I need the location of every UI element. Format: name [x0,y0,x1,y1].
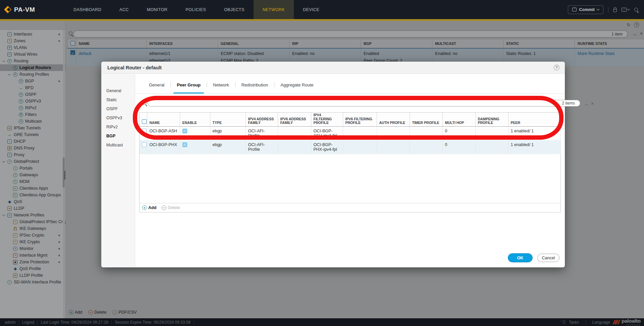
column-header-timer-profile[interactable]: TIMER PROFILE [410,113,442,126]
cell-name: OCI-BGP-PHX [147,140,180,154]
row-checkbox[interactable] [142,129,147,133]
column-header-name[interactable]: NAME [147,113,180,126]
minus-circle-icon: − [162,205,166,210]
tabs-rule [136,93,565,94]
cell-multi-hop: 0 [442,126,475,140]
column-header-auth-profile[interactable]: AUTH PROFILE [377,113,410,126]
dialog-nav-static[interactable]: Static [101,95,135,104]
cell-ipv6-filtering-profile [343,126,377,140]
column-header-ipv6-filtering-profile[interactable]: IPV6 FILTERINGPROFILE [343,113,377,126]
row-checkbox[interactable] [142,142,147,147]
cell-enable: ✓ [180,140,210,154]
dialog-help-icon[interactable]: ? [554,65,559,70]
column-header-peer[interactable]: PEER [508,113,560,126]
header-line: MULTI HOP [445,121,473,125]
peer-group-table: NAMEENABLETYPEIPV4 ADDRESSFAMILYIPV6 ADD… [140,113,561,154]
dialog-nav-ripv2[interactable]: RIPv2 [101,122,135,131]
cell-auth-profile [377,140,410,154]
lock-icon[interactable] [613,7,617,12]
clear-filter-icon[interactable]: × [591,101,594,106]
plus-circle-icon: + [142,205,147,210]
cell-ipv4-address-family: OCI-AFI-Profile [246,140,278,154]
column-header-type[interactable]: TYPE [210,113,246,126]
cell-ipv4-filtering-profile: OCI-BGP-ASH-ipv4-fpl [311,126,343,140]
nav-tab-monitor[interactable]: MONITOR [138,0,177,19]
header-line: AUTH PROFILE [379,121,407,125]
dialog-nav: GeneralStaticOSPFOSPFv3RIPv2BGPMulticast [101,74,135,267]
cell-dampening-profile [475,126,508,140]
dialog-nav-ospfv3[interactable]: OSPFv3 [101,113,135,122]
divider [608,7,608,13]
nav-tab-network[interactable]: NETWORK [254,0,294,19]
magnifier-glyph [634,8,638,11]
config-save-icon[interactable]: ↓↑ [622,8,630,12]
nav-tab-device[interactable]: DEVICE [294,0,328,19]
cell-ipv6-address-family [278,140,311,154]
column-header-ipv4-address-family[interactable]: IPV4 ADDRESSFAMILY [246,113,278,126]
peer-group-search-input[interactable]: 2 items [148,100,580,107]
tab-aggregate-route[interactable]: Aggregate Route [274,81,319,89]
commit-button[interactable]: Commit [568,5,603,14]
column-header-ipv6-address-family[interactable]: IPV6 ADDRESSFAMILY [278,113,311,126]
peer-group-delete-button[interactable]: −Delete [162,205,180,210]
dialog-title: Logical Router - default [101,62,565,74]
select-all-checkbox[interactable] [142,119,147,124]
peer-group-header-row: NAMEENABLETYPEIPV4 ADDRESSFAMILYIPV6 ADD… [140,113,560,126]
cell-ipv4-filtering-profile: OCI-BGP-PHX-ipv4-fpl [311,140,343,154]
nav-tab-dashboard[interactable]: DASHBOARD [64,0,110,19]
enable-checkbox[interactable]: ✓ [182,129,187,133]
ok-button[interactable]: OK [508,253,533,262]
apply-filter-arrow-icon[interactable]: → [584,101,589,107]
dialog-nav-ospf[interactable]: OSPF [101,104,135,113]
tab-redistribution[interactable]: Redistribution [235,81,274,89]
dialog-nav-general[interactable]: General [101,86,135,95]
topbar-right: Commit ↓↑ [568,0,644,19]
header-line: PROFILE [478,121,506,125]
cell-timer-profile [410,140,442,154]
tab-general[interactable]: General [143,81,170,89]
nav-tab-acc[interactable]: ACC [110,0,138,19]
column-header-ipv4-filtering-profile[interactable]: IPV4 FILTERINGPROFILE [311,113,343,126]
brand-name: PA-VM [14,6,35,13]
nav-tab-policies[interactable]: POLICIES [176,0,215,19]
peer-group-row-oci-bgp-phx[interactable]: OCI-BGP-PHX✓ebgpOCI-AFI-ProfileOCI-BGP-P… [140,140,560,154]
enable-checkbox[interactable]: ✓ [182,142,187,147]
nav-tab-objects[interactable]: OBJECTS [215,0,253,19]
cell-ipv4-address-family: OCI-AFI-Profile [246,126,278,140]
lock-glyph [613,9,617,12]
check-icon: ✓ [183,129,186,133]
column-header-enable[interactable]: ENABLE [180,113,210,126]
cell-name: OCI-BGP-ASH [147,126,180,140]
tab-peer-group[interactable]: Peer Group [171,81,207,89]
header-line: TYPE [213,121,243,125]
check-icon: ✓ [183,142,186,147]
dialog-nav-multicast[interactable]: Multicast [101,140,135,149]
topbar: PA-VM DASHBOARDACCMONITORPOLICIESOBJECTS… [0,0,644,19]
column-header-dampening-profile[interactable]: DAMPENINGPROFILE [475,113,508,126]
dialog-nav-bgp[interactable]: BGP [101,131,135,140]
column-header-multi-hop[interactable]: MULTI HOP [442,113,475,126]
cancel-button[interactable]: Cancel [537,254,559,262]
global-search-icon[interactable] [634,8,638,11]
peer-group-tbody: OCI-BGP-ASH✓ebgpOCI-AFI-ProfileOCI-BGP-A… [140,126,560,154]
screen: PA-VM DASHBOARDACCMONITORPOLICIESOBJECTS… [0,0,644,326]
row-select-cell [140,140,147,154]
cell-peer: 1 enabled/ 1 [508,126,560,140]
peer-group-row-oci-bgp-ash[interactable]: OCI-BGP-ASH✓ebgpOCI-AFI-ProfileOCI-BGP-A… [140,126,560,140]
peer-group-add-button[interactable]: +Add [142,205,156,210]
cell-multi-hop: 0 [442,140,475,154]
logical-router-dialog: Logical Router - default ? GeneralStatic… [101,62,565,267]
header-line: PROFILE [345,121,374,125]
cell-ipv6-filtering-profile [343,140,377,154]
cell-peer: 1 enabled/ 1 [508,140,560,154]
dialog-actions: OK Cancel [508,253,559,262]
search-icon [143,101,147,105]
peer-group-table-box: NAMEENABLETYPEIPV4 ADDRESSFAMILYIPV6 ADD… [139,112,561,212]
commit-label: Commit [579,7,595,12]
header-line: NAME [150,121,177,125]
main-nav: DASHBOARDACCMONITORPOLICIESOBJECTSNETWOR… [64,0,328,19]
tab-network[interactable]: Network [207,81,235,89]
header-line: ENABLE [182,121,208,125]
header-line: PROFILE [314,121,340,125]
dialog-tabs: GeneralPeer GroupNetworkRedistributionAg… [143,81,320,89]
